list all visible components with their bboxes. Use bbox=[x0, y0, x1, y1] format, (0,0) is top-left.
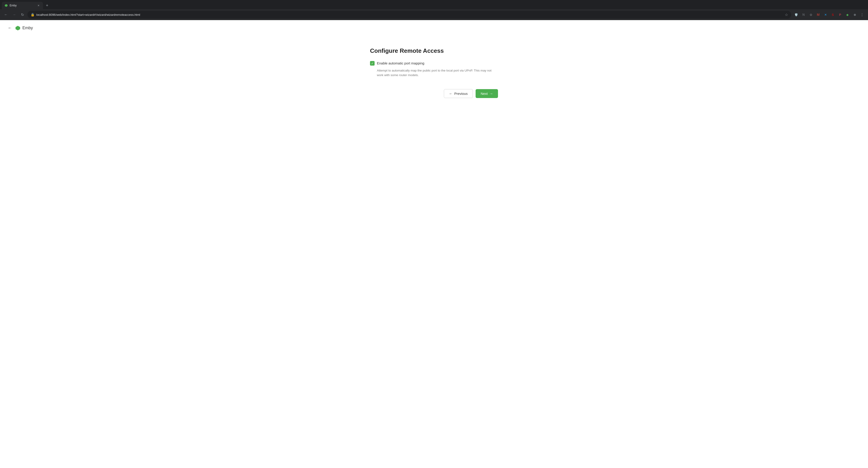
page-content: ← Emby Configure Remote Access ✓ Enable … bbox=[0, 20, 868, 468]
next-button[interactable]: Next → bbox=[475, 89, 498, 98]
emby-logo-icon bbox=[15, 25, 21, 31]
emby-logo[interactable]: Emby bbox=[15, 25, 33, 31]
extension-s-icon[interactable]: S bbox=[830, 11, 836, 18]
checkbox-wrapper[interactable]: ✓ bbox=[370, 61, 375, 66]
extension-m-icon[interactable]: M bbox=[815, 11, 822, 18]
address-bar[interactable]: 🔒 ☆ bbox=[27, 11, 791, 19]
page-title: Configure Remote Access bbox=[370, 47, 498, 54]
checkbox-label-group: Enable automatic port mapping bbox=[377, 61, 425, 66]
previous-button-label: Previous bbox=[454, 92, 468, 95]
app-header: ← Emby bbox=[7, 25, 861, 31]
active-tab[interactable]: Emby ✕ bbox=[2, 2, 43, 9]
forward-nav-icon: → bbox=[12, 12, 16, 17]
extension-circle-icon[interactable]: ⊙ bbox=[808, 11, 814, 18]
next-button-label: Next bbox=[480, 92, 488, 95]
svg-marker-0 bbox=[5, 4, 7, 7]
tab-bar: Emby ✕ + bbox=[0, 0, 868, 9]
tab-favicon bbox=[5, 4, 8, 7]
tab-close-button[interactable]: ✕ bbox=[37, 4, 40, 7]
previous-arrow-icon: ← bbox=[449, 92, 453, 95]
extension-pocket-icon[interactable]: P bbox=[837, 11, 843, 18]
new-tab-button[interactable]: + bbox=[44, 2, 50, 9]
refresh-icon: ↻ bbox=[21, 12, 24, 17]
security-icon: 🔒 bbox=[31, 13, 34, 17]
extension-x-icon[interactable]: ✕ bbox=[822, 11, 829, 18]
back-nav-button[interactable]: ← bbox=[3, 11, 9, 18]
app-back-button[interactable]: ← bbox=[7, 25, 13, 31]
refresh-button[interactable]: ↻ bbox=[19, 11, 26, 18]
wizard-container: Configure Remote Access ✓ Enable automat… bbox=[366, 38, 502, 107]
url-input[interactable] bbox=[36, 13, 783, 17]
extension-shield-icon[interactable]: 🛡️ bbox=[793, 11, 800, 18]
emby-logo-text: Emby bbox=[22, 26, 33, 30]
back-nav-icon: ← bbox=[4, 12, 8, 17]
checkbox-label[interactable]: Enable automatic port mapping bbox=[377, 61, 425, 65]
app-back-icon: ← bbox=[8, 26, 12, 30]
browser-toolbar: ← → ↻ 🔒 ☆ 🛡️ N ⊙ M ✕ S P ◆ ⊕ ⋮ bbox=[0, 9, 868, 20]
forward-nav-button[interactable]: → bbox=[11, 11, 18, 18]
browser-chrome: Emby ✕ + ← → ↻ 🔒 ☆ 🛡️ N ⊙ M ✕ S P ◆ bbox=[0, 0, 868, 20]
checkbox-description: Attempt to automatically map the public … bbox=[377, 68, 498, 78]
toolbar-actions: 🛡️ N ⊙ M ✕ S P ◆ ⊕ ⋮ bbox=[793, 11, 865, 18]
extension-green-icon[interactable]: ◆ bbox=[844, 11, 850, 18]
extension-n-icon[interactable]: N bbox=[800, 11, 807, 18]
next-arrow-icon: → bbox=[490, 92, 493, 95]
bookmark-star-icon[interactable]: ☆ bbox=[785, 12, 788, 17]
tab-title: Emby bbox=[9, 4, 35, 7]
browser-menu-button[interactable]: ⋮ bbox=[859, 11, 865, 18]
port-mapping-checkbox-row: ✓ Enable automatic port mapping bbox=[370, 61, 498, 66]
previous-button[interactable]: ← Previous bbox=[444, 89, 473, 98]
wizard-actions: ← Previous Next → bbox=[370, 89, 498, 98]
svg-marker-1 bbox=[16, 26, 20, 30]
extension-extra-icon[interactable]: ⊕ bbox=[851, 11, 858, 18]
